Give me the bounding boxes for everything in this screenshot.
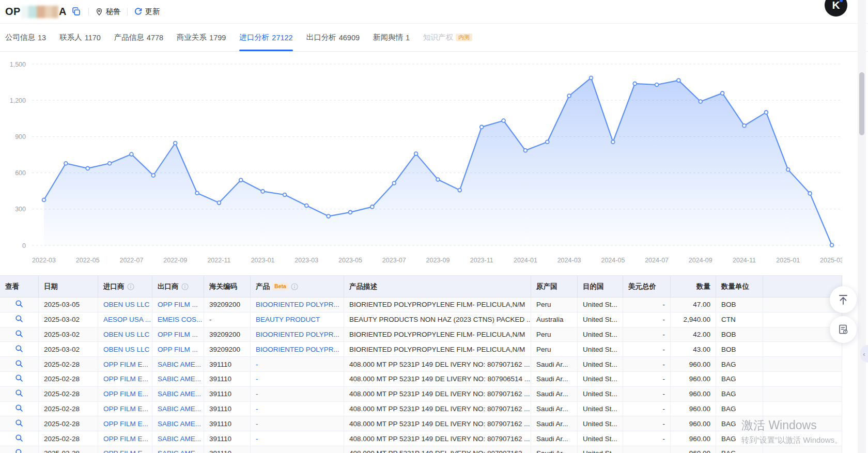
cell-text[interactable]: - <box>256 375 258 383</box>
cell-text[interactable]: - <box>256 420 258 428</box>
cell-text[interactable]: BIOORIENTED POLYPR... <box>256 346 339 353</box>
data-point[interactable] <box>283 193 287 197</box>
data-point[interactable] <box>261 190 265 193</box>
view-detail-button[interactable] <box>15 448 23 453</box>
cell-text[interactable]: SABIC AME... <box>158 390 201 398</box>
back-to-top-button[interactable] <box>830 286 857 313</box>
view-detail-button[interactable] <box>15 330 23 339</box>
data-point[interactable] <box>195 191 199 195</box>
data-point[interactable] <box>633 82 637 86</box>
view-detail-button[interactable] <box>15 374 23 384</box>
tab-product-info[interactable]: 产品信息4778 <box>114 24 163 51</box>
data-point[interactable] <box>239 178 243 182</box>
data-point[interactable] <box>108 162 112 165</box>
tab-contacts[interactable]: 联系人1170 <box>59 24 101 51</box>
view-detail-button[interactable] <box>15 389 23 399</box>
data-point[interactable] <box>392 181 396 185</box>
data-point[interactable] <box>218 201 221 205</box>
data-point[interactable] <box>611 140 615 144</box>
cell-text[interactable]: - <box>256 390 258 398</box>
cell-text[interactable]: OPP FILM ... <box>158 301 198 308</box>
data-point[interactable] <box>502 119 505 122</box>
cell-text[interactable]: - <box>256 361 258 368</box>
data-point[interactable] <box>458 189 461 192</box>
data-point[interactable] <box>436 178 440 181</box>
data-point[interactable] <box>699 100 702 103</box>
tab-export-analysis[interactable]: 出口分析46909 <box>306 24 360 51</box>
user-avatar-logo[interactable]: K <box>825 0 847 17</box>
view-detail-button[interactable] <box>15 315 23 324</box>
view-detail-button[interactable] <box>15 404 23 414</box>
data-point[interactable] <box>174 142 177 145</box>
cell-text[interactable]: AESOP USA ... <box>103 316 151 323</box>
cell-text[interactable]: OBEN US LLC <box>103 301 149 308</box>
cell-text[interactable]: SABIC AME... <box>158 449 201 453</box>
data-point[interactable] <box>370 205 374 209</box>
cell-text[interactable]: BIOORIENTED POLYPR... <box>256 331 339 338</box>
view-detail-button[interactable] <box>15 434 23 444</box>
cell-text[interactable]: BIOORIENTED POLYPR... <box>256 301 339 308</box>
info-icon[interactable] <box>181 283 189 290</box>
location-button[interactable]: 秘鲁 <box>95 7 121 17</box>
data-point[interactable] <box>567 94 571 98</box>
data-point[interactable] <box>327 214 330 218</box>
data-point[interactable] <box>808 192 812 195</box>
info-icon[interactable] <box>291 283 298 290</box>
data-point[interactable] <box>414 152 418 155</box>
cell-text[interactable]: SABIC AME... <box>158 405 201 413</box>
data-point[interactable] <box>524 149 528 152</box>
scrollbar-thumb[interactable] <box>859 72 864 135</box>
cell-text[interactable]: OBEN US LLC <box>103 346 149 353</box>
data-point[interactable] <box>86 167 89 170</box>
data-point[interactable] <box>721 91 724 95</box>
data-point[interactable] <box>655 83 659 87</box>
info-icon[interactable] <box>127 283 134 290</box>
data-point[interactable] <box>349 211 352 214</box>
refresh-button[interactable]: 更新 <box>134 7 160 17</box>
data-point[interactable] <box>480 126 484 129</box>
cell-text[interactable]: OPP FILM ... <box>158 331 198 338</box>
tab-business-relations[interactable]: 商业关系1799 <box>177 24 226 51</box>
data-point[interactable] <box>151 174 155 177</box>
cell-text[interactable]: SABIC AME... <box>158 361 201 368</box>
cell-text[interactable]: OPP FILM E... <box>103 375 148 383</box>
cell-text[interactable]: SABIC AME... <box>158 375 201 383</box>
data-point[interactable] <box>742 124 746 128</box>
cell-text[interactable]: EMEIS COS... <box>158 316 202 323</box>
tab-import-analysis[interactable]: 进口分析27122 <box>239 24 292 51</box>
data-point[interactable] <box>305 204 308 208</box>
data-point[interactable] <box>64 162 68 165</box>
cell-text[interactable]: - <box>256 435 258 443</box>
tab-intellectual-property[interactable]: 知识产权内测 <box>423 24 472 51</box>
cell-text[interactable]: OPP FILM E... <box>103 405 148 413</box>
cell-text[interactable]: SABIC AME... <box>158 435 201 443</box>
data-point[interactable] <box>42 198 46 202</box>
cell-text[interactable]: OBEN US LLC <box>103 331 149 338</box>
tab-company-info[interactable]: 公司信息13 <box>5 24 46 51</box>
copy-icon[interactable] <box>71 6 82 18</box>
data-point[interactable] <box>765 111 768 114</box>
cell-text[interactable]: BEAUTY PRODUCT <box>256 316 320 323</box>
cell-text[interactable]: OPP FILM E... <box>103 361 148 368</box>
cell-text[interactable]: OPP FILM E... <box>103 449 148 453</box>
cell-text[interactable]: OPP FILM ... <box>158 346 198 353</box>
data-point[interactable] <box>546 140 549 144</box>
cell-text[interactable]: SABIC AME... <box>158 420 201 428</box>
report-button[interactable] <box>830 316 857 343</box>
cell-text[interactable]: OPP FILM E... <box>103 435 148 443</box>
data-point[interactable] <box>677 79 680 82</box>
cell-text[interactable]: OPP FILM E... <box>103 390 148 398</box>
view-detail-button[interactable] <box>15 300 23 309</box>
view-detail-button[interactable] <box>15 345 23 354</box>
view-detail-button[interactable] <box>15 360 23 369</box>
view-detail-button[interactable] <box>15 419 23 429</box>
cell-text[interactable]: - <box>256 449 258 453</box>
cell-text[interactable]: OPP FILM E... <box>103 420 148 428</box>
data-point[interactable] <box>830 243 834 247</box>
tab-news-sentiment[interactable]: 新闻舆情1 <box>373 24 410 51</box>
data-point[interactable] <box>786 168 790 171</box>
data-point[interactable] <box>130 152 133 156</box>
data-point[interactable] <box>590 76 593 80</box>
cell-date: 2025-02-28 <box>39 446 98 453</box>
cell-text[interactable]: - <box>256 405 258 413</box>
